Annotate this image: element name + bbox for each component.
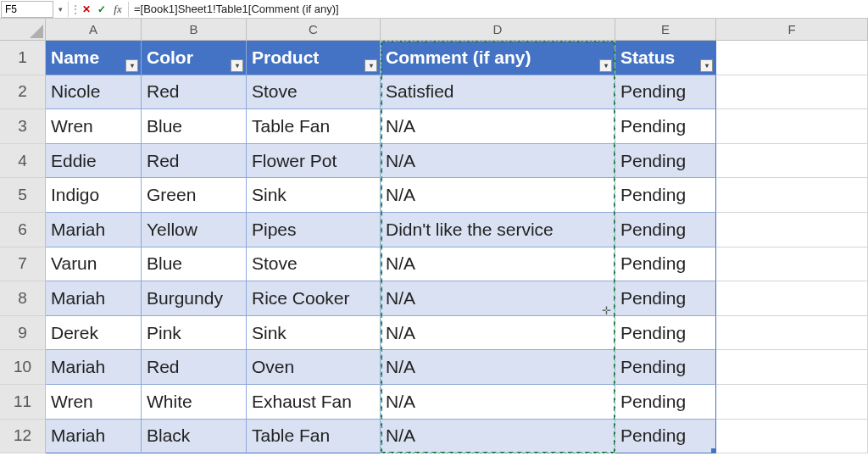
column-header[interactable]: E <box>615 19 716 41</box>
cell[interactable] <box>716 144 868 179</box>
table-cell[interactable]: Mariah <box>46 213 142 247</box>
row-header[interactable]: 1 <box>0 41 46 75</box>
table-cell[interactable]: Pending <box>615 420 716 454</box>
table-cell[interactable]: Pending <box>615 247 716 282</box>
table-cell[interactable]: Blue <box>142 109 247 144</box>
table-cell[interactable]: Sink <box>247 316 381 351</box>
table-cell[interactable]: N/A <box>381 144 615 179</box>
formula-input[interactable]: =[Book1]Sheet1!Table1[Comment (if any)] <box>131 3 868 15</box>
cell[interactable] <box>716 247 868 282</box>
table-cell[interactable]: Pending <box>615 281 716 316</box>
cancel-button[interactable]: ✕ <box>79 1 94 18</box>
table-cell[interactable]: Blue <box>142 247 247 282</box>
table-header-cell[interactable]: Color▾ <box>142 41 247 75</box>
cell[interactable] <box>716 350 868 385</box>
table-cell[interactable]: N/A <box>381 316 615 351</box>
table-cell[interactable]: Black <box>142 420 247 454</box>
cell[interactable] <box>716 213 868 247</box>
row-header[interactable]: 6 <box>0 213 46 247</box>
name-box[interactable]: F5 <box>1 1 53 18</box>
table-cell[interactable]: Exhaust Fan <box>247 385 381 420</box>
table-cell[interactable]: Mariah <box>46 420 142 454</box>
table-cell[interactable]: Didn't like the service <box>381 213 615 247</box>
table-cell[interactable]: Mariah <box>46 281 142 316</box>
column-header[interactable]: D <box>381 19 615 41</box>
filter-dropdown-icon[interactable]: ▾ <box>364 59 377 72</box>
row-header[interactable]: 5 <box>0 178 46 213</box>
row-header[interactable]: 4 <box>0 144 46 179</box>
row-header[interactable]: 12 <box>0 420 46 454</box>
table-cell[interactable]: N/A <box>381 109 615 144</box>
table-cell[interactable]: Mariah <box>46 350 142 385</box>
table-cell[interactable]: Pink <box>142 316 247 351</box>
table-cell[interactable]: Table Fan <box>247 420 381 454</box>
table-header-cell[interactable]: Status▾ <box>615 41 716 75</box>
cell[interactable] <box>716 109 868 144</box>
name-box-dropdown-icon[interactable]: ▾ <box>54 1 66 18</box>
table-cell[interactable]: Green <box>142 178 247 213</box>
filter-dropdown-icon[interactable]: ▾ <box>231 59 243 72</box>
table-cell[interactable]: Indigo <box>46 178 142 213</box>
table-cell[interactable]: Pending <box>615 178 716 213</box>
row-header[interactable]: 7 <box>0 247 46 282</box>
table-cell[interactable]: Satisfied <box>381 75 615 110</box>
row-header[interactable]: 2 <box>0 75 46 110</box>
table-cell[interactable]: Burgundy <box>142 281 247 316</box>
table-cell[interactable]: Pending <box>615 75 716 110</box>
row-header[interactable]: 9 <box>0 316 46 351</box>
table-cell[interactable]: Wren <box>46 385 142 420</box>
column-header[interactable]: B <box>142 19 247 41</box>
cell[interactable] <box>716 316 868 351</box>
row-header[interactable]: 3 <box>0 109 46 144</box>
table-cell[interactable]: Pending <box>615 144 716 179</box>
table-cell[interactable]: Nicole <box>46 75 142 110</box>
table-cell[interactable]: Pending <box>615 109 716 144</box>
table-cell[interactable]: Pending <box>615 316 716 351</box>
row-header[interactable]: 8 <box>0 281 46 316</box>
insert-function-button[interactable]: fx <box>109 3 126 16</box>
table-cell[interactable]: N/A <box>381 350 615 385</box>
table-cell[interactable]: Oven <box>247 350 381 385</box>
column-header[interactable]: F <box>716 19 868 41</box>
table-cell[interactable]: Stove <box>247 247 381 282</box>
table-cell[interactable]: White <box>142 385 247 420</box>
table-cell[interactable]: Rice Cooker <box>247 281 381 316</box>
cell[interactable] <box>716 385 868 420</box>
cell[interactable] <box>716 281 868 316</box>
row-header[interactable]: 10 <box>0 350 46 385</box>
table-cell[interactable]: Table Fan <box>247 109 381 144</box>
table-cell[interactable]: N/A <box>381 281 615 316</box>
table-cell[interactable]: Varun <box>46 247 142 282</box>
row-header[interactable]: 11 <box>0 385 46 420</box>
cell[interactable] <box>716 178 868 213</box>
table-cell[interactable]: Flower Pot <box>247 144 381 179</box>
table-header-cell[interactable]: Name▾ <box>46 41 142 75</box>
table-cell[interactable]: N/A <box>381 247 615 282</box>
table-cell[interactable]: Sink <box>247 178 381 213</box>
table-cell[interactable]: N/A <box>381 385 615 420</box>
table-header-cell[interactable]: Product▾ <box>247 41 381 75</box>
filter-dropdown-icon[interactable]: ▾ <box>700 59 713 72</box>
table-cell[interactable]: Eddie <box>46 144 142 179</box>
table-cell[interactable]: N/A <box>381 178 615 213</box>
table-cell[interactable]: Wren <box>46 109 142 144</box>
table-cell[interactable]: Stove <box>247 75 381 110</box>
table-cell[interactable]: Pending <box>615 350 716 385</box>
table-header-cell[interactable]: Comment (if any)▾ <box>381 41 615 75</box>
table-cell[interactable]: Red <box>142 75 247 110</box>
cell[interactable] <box>716 420 868 454</box>
filter-dropdown-icon[interactable]: ▾ <box>599 59 612 72</box>
cell[interactable] <box>716 41 868 75</box>
table-cell[interactable]: Pending <box>615 213 716 247</box>
column-header[interactable]: C <box>247 19 381 41</box>
table-cell[interactable]: Pending <box>615 385 716 420</box>
column-header[interactable]: A <box>46 19 142 41</box>
table-cell[interactable]: Red <box>142 350 247 385</box>
cell[interactable] <box>716 75 868 110</box>
enter-button[interactable]: ✓ <box>94 1 109 18</box>
table-resize-handle[interactable] <box>711 448 716 453</box>
table-cell[interactable]: N/A <box>381 420 615 454</box>
table-cell[interactable]: Derek <box>46 316 142 351</box>
table-cell[interactable]: Pipes <box>247 213 381 247</box>
filter-dropdown-icon[interactable]: ▾ <box>125 59 138 72</box>
